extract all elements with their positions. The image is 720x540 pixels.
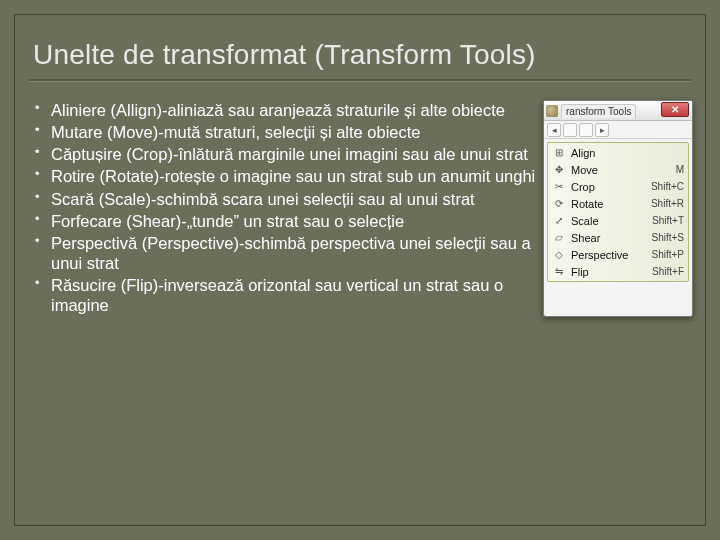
menu-shortcut: Shift+S [651, 232, 684, 243]
menu-label: Align [571, 147, 679, 159]
list-item: Mutare (Move)-mută straturi, selecții și… [33, 122, 539, 142]
menu-shortcut: Shift+R [651, 198, 684, 209]
menu-shortcut: Shift+P [651, 249, 684, 260]
menu-label: Scale [571, 215, 647, 227]
menu-label: Rotate [571, 198, 646, 210]
rotate-icon: ⟳ [552, 197, 566, 211]
menu-label: Crop [571, 181, 646, 193]
list-item: Aliniere (Allign)-aliniază sau aranjează… [33, 100, 539, 120]
menu-label: Perspective [571, 249, 646, 261]
menu-shortcut: Shift+T [652, 215, 684, 226]
menu-item-flip[interactable]: ⇋ Flip Shift+F [548, 263, 688, 280]
content-row: Aliniere (Allign)-aliniază sau aranjează… [15, 82, 705, 317]
close-button[interactable]: ✕ [661, 102, 689, 117]
toolbar-button[interactable] [563, 123, 577, 137]
menu-item-rotate[interactable]: ⟳ Rotate Shift+R [548, 195, 688, 212]
panel-toolbar: ◂ ▸ [544, 121, 692, 139]
chevron-right-icon[interactable]: ▸ [595, 123, 609, 137]
menu-item-scale[interactable]: ⤢ Scale Shift+T [548, 212, 688, 229]
menu-label: Shear [571, 232, 646, 244]
menu-label: Flip [571, 266, 647, 278]
gimp-logo-icon [546, 105, 558, 117]
flip-icon: ⇋ [552, 265, 566, 279]
menu-shortcut: Shift+F [652, 266, 684, 277]
list-item: Rotire (Rotate)-rotește o imagine sau un… [33, 166, 539, 186]
list-item: Scară (Scale)-schimbă scara unei selecți… [33, 189, 539, 209]
menu-label: Move [571, 164, 671, 176]
menu-item-crop[interactable]: ✂ Crop Shift+C [548, 178, 688, 195]
list-item: Răsucire (Flip)-inversează orizontal sau… [33, 275, 539, 315]
panel-menu: ⊞ Align ✥ Move M ✂ Crop Shift+C ⟳ Rotate [547, 142, 689, 282]
list-item: Perspectivă (Perspective)-schimbă perspe… [33, 233, 539, 273]
menu-item-align[interactable]: ⊞ Align [548, 144, 688, 161]
move-icon: ✥ [552, 163, 566, 177]
toolbar-button[interactable] [579, 123, 593, 137]
bullet-list: Aliniere (Allign)-aliniază sau aranjează… [33, 100, 539, 317]
menu-item-shear[interactable]: ▱ Shear Shift+S [548, 229, 688, 246]
panel-tab-title: ransform Tools [561, 104, 636, 118]
perspective-icon: ◇ [552, 248, 566, 262]
shear-icon: ▱ [552, 231, 566, 245]
transform-tools-panel: ransform Tools ✕ ◂ ▸ ⊞ Align ✥ Move M [543, 100, 693, 317]
list-item: Căptușire (Crop)-înlătură marginile unei… [33, 144, 539, 164]
menu-item-move[interactable]: ✥ Move M [548, 161, 688, 178]
slide-frame: Unelte de transformat (Transform Tools) … [14, 14, 706, 526]
menu-shortcut: Shift+C [651, 181, 684, 192]
align-icon: ⊞ [552, 146, 566, 160]
menu-shortcut: M [676, 164, 684, 175]
crop-icon: ✂ [552, 180, 566, 194]
menu-item-perspective[interactable]: ◇ Perspective Shift+P [548, 246, 688, 263]
slide-title: Unelte de transformat (Transform Tools) [15, 15, 705, 79]
scale-icon: ⤢ [552, 214, 566, 228]
list-item: Forfecare (Shear)-„tunde” un strat sau o… [33, 211, 539, 231]
chevron-left-icon[interactable]: ◂ [547, 123, 561, 137]
panel-titlebar[interactable]: ransform Tools ✕ [544, 101, 692, 121]
